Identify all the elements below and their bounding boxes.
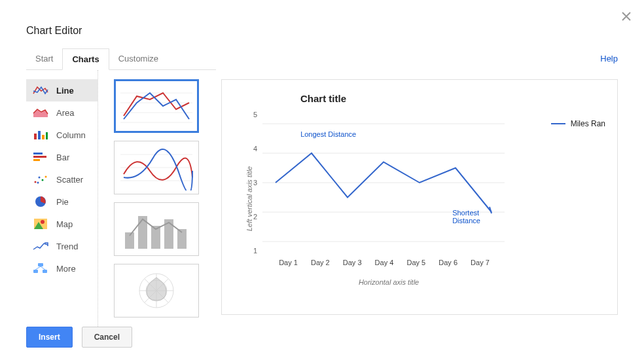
svg-rect-17	[38, 263, 43, 266]
x-ticks: Day 1 Day 2 Day 3 Day 4 Day 5 Day 6 Day …	[253, 255, 495, 266]
sidebar-item-label: Map	[56, 219, 73, 229]
subtype-radar[interactable]	[114, 264, 199, 317]
svg-point-12	[37, 182, 39, 184]
y-axis-label: Left vertical axis title	[241, 111, 253, 286]
sidebar-item-pie[interactable]: Pie	[26, 190, 98, 213]
sidebar-item-more[interactable]: More	[26, 257, 98, 280]
header: Chart Editor	[0, 0, 644, 48]
dialog-footer: Insert Cancel	[26, 327, 132, 348]
sidebar-item-area[interactable]: Area	[26, 101, 98, 124]
chart-preview: Chart title Miles Ran Left vertical axis…	[221, 79, 618, 315]
svg-line-20	[35, 266, 41, 270]
svg-rect-18	[33, 270, 38, 273]
tab-customize[interactable]: Customize	[109, 48, 168, 69]
legend: Miles Ran	[551, 119, 605, 128]
bar-chart-icon	[33, 151, 48, 163]
svg-rect-7	[33, 159, 40, 161]
svg-rect-4	[46, 132, 48, 139]
sidebar-item-column[interactable]: Column	[26, 124, 98, 146]
subtype-line-basic[interactable]	[114, 79, 199, 133]
sidebar-item-scatter[interactable]: Scatter	[26, 168, 98, 190]
sidebar-item-label: Area	[56, 108, 74, 118]
subtype-combo[interactable]	[114, 202, 199, 256]
annotation-longest: Longest Distance	[300, 130, 356, 138]
svg-point-10	[42, 179, 44, 181]
svg-rect-19	[43, 270, 47, 273]
map-chart-icon	[33, 218, 48, 230]
sidebar-item-label: Scatter	[56, 175, 83, 185]
close-icon[interactable]	[622, 12, 632, 22]
sidebar-item-map[interactable]: Map	[26, 213, 98, 235]
line-chart-icon	[33, 84, 48, 96]
x-axis-label: Horizontal axis title	[253, 278, 505, 286]
tab-start[interactable]: Start	[26, 48, 62, 69]
tabs: Start Charts Customize	[26, 48, 216, 70]
svg-point-9	[39, 177, 41, 179]
column-chart-icon	[33, 129, 48, 141]
sidebar-item-bar[interactable]: Bar	[26, 146, 98, 168]
cancel-button[interactable]: Cancel	[82, 327, 132, 348]
insert-button[interactable]: Insert	[26, 327, 73, 348]
sidebar-item-label: Trend	[56, 242, 78, 251]
svg-rect-2	[38, 131, 41, 139]
legend-swatch	[551, 123, 565, 124]
scatter-chart-icon	[33, 173, 48, 185]
plot-area: Longest Distance Shortest Distance	[262, 111, 505, 255]
area-chart-icon	[33, 107, 48, 118]
sidebar-item-line[interactable]: Line	[26, 79, 98, 101]
chart-type-sidebar: Line Area Column Bar Scatter Pie Map Tr	[26, 70, 98, 327]
svg-point-8	[35, 181, 37, 183]
pie-chart-icon	[33, 196, 48, 208]
dialog-title: Chart Editor	[26, 25, 618, 37]
sidebar-item-trend[interactable]: Trend	[26, 235, 98, 257]
svg-point-11	[45, 176, 47, 178]
help-link[interactable]: Help	[600, 54, 618, 63]
tab-charts[interactable]: Charts	[62, 48, 109, 70]
svg-line-21	[41, 266, 45, 270]
chart-subtype-list	[107, 70, 212, 327]
annotation-shortest: Shortest Distance	[452, 209, 505, 225]
subtype-line-smooth[interactable]	[114, 141, 199, 194]
sidebar-item-label: Column	[56, 130, 86, 140]
svg-rect-6	[33, 156, 46, 158]
legend-label: Miles Ran	[571, 119, 605, 128]
y-ticks: 5 4 3 2 1	[253, 111, 262, 255]
svg-rect-1	[34, 134, 37, 139]
sidebar-item-label: Bar	[56, 153, 69, 162]
svg-point-16	[41, 220, 45, 224]
sidebar-item-label: More	[56, 264, 76, 274]
trend-chart-icon	[33, 240, 48, 252]
svg-rect-3	[42, 135, 45, 139]
sidebar-item-label: Pie	[56, 197, 69, 207]
chart-title: Chart title	[300, 93, 604, 104]
sidebar-item-label: Line	[56, 86, 74, 96]
more-chart-icon	[33, 262, 48, 274]
svg-rect-5	[33, 153, 43, 154]
